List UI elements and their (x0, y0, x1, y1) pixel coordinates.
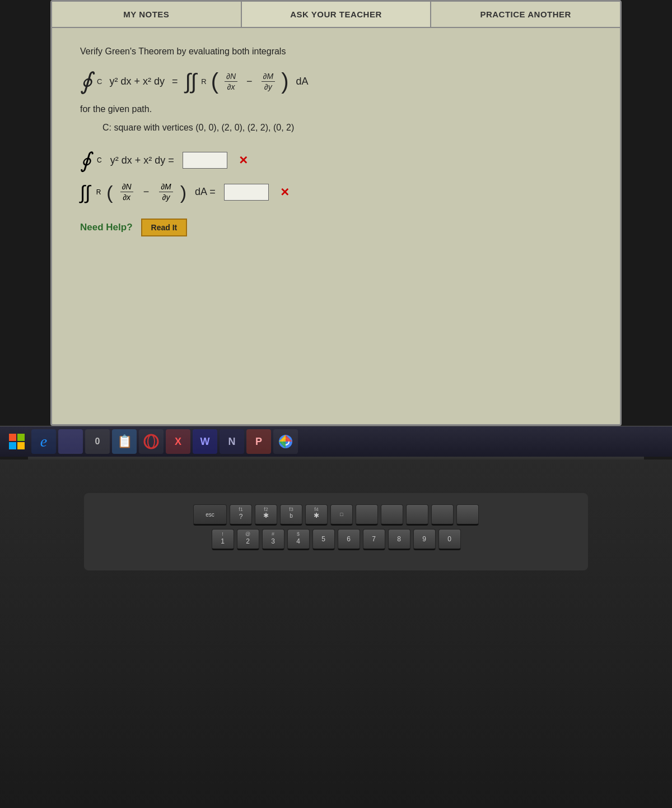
fraction-dm-dy: ∂M ∂y (262, 72, 276, 91)
read-it-button[interactable]: Read It (141, 219, 188, 236)
screen-area: MY NOTES ASK YOUR TEACHER PRACTICE ANOTH… (50, 0, 622, 426)
key-f3[interactable]: f3b (280, 504, 302, 526)
key-2[interactable]: @2 (237, 529, 259, 550)
key-8[interactable]: 8 (388, 529, 410, 550)
fraction-dn-dx: ∂N ∂x (225, 72, 237, 91)
for-path-text: for the given path. (80, 104, 592, 114)
frac-numerator-2: ∂M (262, 72, 276, 82)
key-7[interactable]: 7 (363, 529, 385, 550)
frac-numerator-1: ∂N (225, 72, 237, 82)
frac-num-2b: ∂M (159, 182, 173, 192)
function-key-row: esc f1? f2✱ f3b f4✱ □ (95, 504, 577, 526)
wrong-icon-1: ✕ (239, 154, 248, 167)
tiles-icon[interactable] (58, 429, 83, 454)
key-f8[interactable] (406, 504, 428, 526)
subscript-r: R (201, 77, 206, 86)
n-app-icon[interactable]: N (220, 429, 244, 454)
svg-rect-2 (9, 442, 16, 449)
frac-denominator-2: ∂y (263, 82, 274, 91)
taskbar: e 0 📋 X W N P (0, 426, 672, 457)
path-description: C: square with vertices (0, 0), (2, 0), … (102, 123, 592, 133)
subscript-c: C (97, 77, 102, 86)
double-integral-sign-2: ∫∫ (80, 183, 91, 202)
close-paren: ) (281, 70, 288, 92)
key-6[interactable]: 6 (338, 529, 360, 550)
svg-rect-0 (9, 434, 16, 441)
key-f9[interactable] (431, 504, 454, 526)
windows-start-button[interactable] (4, 429, 29, 454)
subscript-c-1: C (97, 156, 102, 164)
answer-input-2[interactable]: 0 (224, 184, 269, 201)
problem-intro: Verify Green's Theorem by evaluating bot… (80, 45, 592, 58)
keyboard-bezel: esc f1? f2✱ f3b f4✱ □ !1 @2 #3 $4 5 6 7 … (84, 493, 588, 570)
wrong-icon-2: ✕ (280, 185, 290, 199)
integrand-left: y² dx + x² dy (106, 76, 165, 87)
minus-sign: − (244, 76, 255, 87)
number-key-row: !1 @2 #3 $4 5 6 7 8 9 0 (95, 529, 577, 550)
subscript-r-2: R (96, 188, 101, 196)
key-f4[interactable]: f4✱ (305, 504, 328, 526)
svg-point-5 (148, 435, 155, 448)
key-0[interactable]: 0 (438, 529, 461, 550)
answer-input-1[interactable]: 0 (183, 152, 227, 169)
key-tilde[interactable]: !1 (212, 529, 234, 550)
key-f2[interactable]: f2✱ (255, 504, 277, 526)
fraction-dn-dx-2: ∂N ∂x (120, 182, 133, 202)
keyboard-area: esc f1? f2✱ f3b f4✱ □ !1 @2 #3 $4 5 6 7 … (0, 459, 672, 808)
content-area: Verify Green's Theorem by evaluating bot… (52, 28, 620, 409)
open-paren-2: ( (106, 183, 113, 202)
frac-den-2a: ∂x (121, 192, 132, 202)
equals-sign: = (169, 76, 181, 87)
chrome-icon[interactable] (273, 429, 298, 454)
double-integral-sign: ∫∫ (185, 71, 197, 92)
svg-point-4 (144, 435, 158, 448)
integral-sign-c: ∮ (80, 69, 92, 93)
main-formula: ∮ C y² dx + x² dy = ∫∫ R ( ∂N ∂x − ∂M ∂y… (80, 69, 592, 93)
answer-row-2: ∫∫ R ( ∂N ∂x − ∂M ∂y ) dA = 0 ✕ (80, 182, 592, 202)
key-f1[interactable]: f1? (230, 504, 252, 526)
w-app-icon[interactable]: W (193, 429, 217, 454)
answer-row-1: ∮ C y² dx + x² dy = 0 ✕ (80, 150, 592, 171)
key-4[interactable]: $4 (287, 529, 310, 550)
key-3[interactable]: #3 (262, 529, 284, 550)
svg-rect-1 (17, 434, 25, 441)
close-paren-2: ) (180, 183, 186, 202)
key-5[interactable]: 5 (312, 529, 335, 550)
da-label-2: dA = (192, 186, 218, 198)
document-icon[interactable]: 📋 (112, 429, 137, 454)
number-0-icon[interactable]: 0 (85, 429, 110, 454)
minus-2: − (141, 186, 152, 198)
fraction-dm-dy-2: ∂M ∂y (159, 182, 173, 202)
open-paren: ( (211, 70, 218, 92)
key-f7[interactable] (381, 504, 403, 526)
tab-practice-another[interactable]: PRACTICE ANOTHER (431, 2, 620, 27)
p-app-icon[interactable]: P (246, 429, 271, 454)
tab-my-notes[interactable]: MY NOTES (52, 2, 242, 27)
ie-icon[interactable]: e (31, 429, 56, 454)
opera-icon[interactable] (139, 429, 164, 454)
key-f5[interactable]: □ (330, 504, 353, 526)
key-f10[interactable] (456, 504, 479, 526)
da-label: dA (293, 76, 308, 87)
key-f6[interactable] (356, 504, 378, 526)
need-help-section: Need Help? Read It (80, 219, 592, 236)
key-9[interactable]: 9 (413, 529, 436, 550)
frac-den-2b: ∂y (161, 192, 172, 202)
integrand-1: y² dx + x² dy = (108, 155, 177, 166)
need-help-label: Need Help? (80, 222, 133, 233)
frac-denominator-1: ∂x (226, 82, 237, 91)
frac-num-2a: ∂N (120, 182, 133, 192)
key-esc[interactable]: esc (193, 504, 227, 526)
integral-sign-1: ∮ (80, 150, 91, 171)
svg-rect-3 (17, 442, 25, 449)
nav-tabs: MY NOTES ASK YOUR TEACHER PRACTICE ANOTH… (52, 2, 620, 28)
x-app-icon[interactable]: X (166, 429, 190, 454)
tab-ask-teacher[interactable]: ASK YOUR TEACHER (242, 2, 432, 27)
